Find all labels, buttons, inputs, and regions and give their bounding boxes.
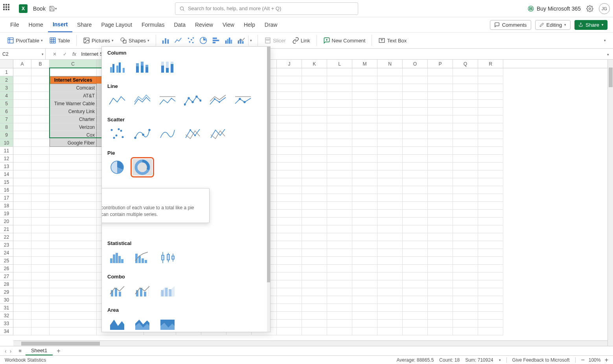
cell-Q26[interactable] — [453, 265, 478, 273]
shapes-button[interactable]: Shapes▾ — [118, 35, 152, 46]
cell-K19[interactable] — [302, 210, 327, 218]
cell-P10[interactable] — [428, 139, 453, 147]
cell-M14[interactable] — [352, 170, 377, 178]
cell-A14[interactable] — [13, 170, 31, 178]
cell-L29[interactable] — [327, 288, 352, 296]
cell-M16[interactable] — [352, 186, 377, 194]
cell-M27[interactable] — [352, 273, 377, 280]
cell-B21[interactable] — [31, 225, 50, 233]
cell-O22[interactable] — [403, 233, 428, 241]
cell-N14[interactable] — [377, 170, 403, 178]
tab-page-layout[interactable]: Page Layout — [96, 17, 137, 32]
formula-expand-button[interactable]: ▾ — [603, 51, 613, 57]
cell-L34[interactable] — [327, 327, 352, 335]
cell-A8[interactable] — [13, 123, 31, 131]
cell-K3[interactable] — [302, 84, 327, 92]
cell-M19[interactable] — [352, 210, 377, 218]
cell-M6[interactable] — [352, 108, 377, 115]
cell-N28[interactable] — [377, 280, 403, 288]
tab-draw[interactable]: Draw — [260, 17, 282, 32]
cell-P32[interactable] — [428, 312, 453, 320]
cell-P17[interactable] — [428, 194, 453, 202]
cell-Q10[interactable] — [453, 139, 478, 147]
settings-button[interactable] — [586, 5, 593, 12]
clustered-column-chart[interactable] — [107, 59, 127, 75]
cell-O5[interactable] — [403, 100, 428, 108]
row-header-21[interactable]: 21 — [0, 225, 13, 233]
cell-B25[interactable] — [31, 257, 50, 265]
cell-P31[interactable] — [428, 304, 453, 312]
cell-P19[interactable] — [428, 210, 453, 218]
cell-P21[interactable] — [428, 225, 453, 233]
stacked-area-chart[interactable] — [133, 316, 152, 332]
tab-formulas[interactable]: Formulas — [137, 17, 169, 32]
cell-R25[interactable] — [478, 257, 503, 265]
cell-P16[interactable] — [428, 186, 453, 194]
cell-R11[interactable] — [478, 147, 503, 155]
cell-C12[interactable] — [50, 155, 97, 163]
cell-K15[interactable] — [302, 178, 327, 186]
cell-C32[interactable] — [50, 312, 97, 320]
cell-Q30[interactable] — [453, 296, 478, 304]
cell-B18[interactable] — [31, 202, 50, 210]
tab-view[interactable]: View — [218, 17, 239, 32]
cell-A32[interactable] — [13, 312, 31, 320]
cell-N4[interactable] — [377, 92, 403, 100]
cell-R17[interactable] — [478, 194, 503, 202]
pareto-chart[interactable] — [133, 249, 152, 266]
cell-K20[interactable] — [302, 218, 327, 225]
cell-R8[interactable] — [478, 123, 503, 131]
cell-O19[interactable] — [403, 210, 428, 218]
row-header-5[interactable]: 5 — [0, 100, 13, 108]
cell-B8[interactable] — [31, 123, 50, 131]
cell-A21[interactable] — [13, 225, 31, 233]
cell-B34[interactable] — [31, 327, 50, 335]
cell-K8[interactable] — [302, 123, 327, 131]
cell-P30[interactable] — [428, 296, 453, 304]
100-stacked-column-chart[interactable] — [158, 59, 177, 75]
row-header-7[interactable]: 7 — [0, 115, 13, 123]
cell-L28[interactable] — [327, 280, 352, 288]
cell-N2[interactable] — [377, 76, 403, 84]
cell-O1[interactable] — [403, 68, 428, 76]
cell-K9[interactable] — [302, 131, 327, 139]
cell-J2[interactable] — [277, 76, 302, 84]
cell-O9[interactable] — [403, 131, 428, 139]
cell-N8[interactable] — [377, 123, 403, 131]
cell-K18[interactable] — [302, 202, 327, 210]
cell-C6[interactable]: Century Link — [50, 108, 97, 115]
cell-C30[interactable] — [50, 296, 97, 304]
cell-B14[interactable] — [31, 170, 50, 178]
cell-K1[interactable] — [302, 68, 327, 76]
clustered-column-line-secondary-chart[interactable] — [133, 283, 152, 299]
100-stacked-line-markers-chart[interactable] — [233, 92, 253, 109]
100-stacked-line-chart[interactable] — [158, 92, 177, 109]
cell-Q25[interactable] — [453, 257, 478, 265]
cell-P33[interactable] — [428, 320, 453, 327]
row-header-16[interactable]: 16 — [0, 186, 13, 194]
text-box-button[interactable]: Text Box — [376, 35, 409, 46]
cell-B20[interactable] — [31, 218, 50, 225]
cell-R31[interactable] — [478, 304, 503, 312]
scatter-straight-markers-chart[interactable] — [183, 126, 202, 142]
cell-L24[interactable] — [327, 249, 352, 257]
cell-N13[interactable] — [377, 163, 403, 170]
cell-P29[interactable] — [428, 288, 453, 296]
cell-M34[interactable] — [352, 327, 377, 335]
bar-chart-button[interactable] — [210, 35, 221, 46]
cell-M9[interactable] — [352, 131, 377, 139]
cell-C4[interactable]: AT&T — [50, 92, 97, 100]
cell-B33[interactable] — [31, 320, 50, 327]
cell-Q29[interactable] — [453, 288, 478, 296]
cell-O34[interactable] — [403, 327, 428, 335]
cell-P7[interactable] — [428, 115, 453, 123]
cell-O8[interactable] — [403, 123, 428, 131]
cell-J23[interactable] — [277, 241, 302, 249]
row-header-32[interactable]: 32 — [0, 312, 13, 320]
cell-M12[interactable] — [352, 155, 377, 163]
cell-Q27[interactable] — [453, 273, 478, 280]
cell-M31[interactable] — [352, 304, 377, 312]
row-header-19[interactable]: 19 — [0, 210, 13, 218]
cell-P22[interactable] — [428, 233, 453, 241]
cell-C18[interactable] — [50, 202, 97, 210]
